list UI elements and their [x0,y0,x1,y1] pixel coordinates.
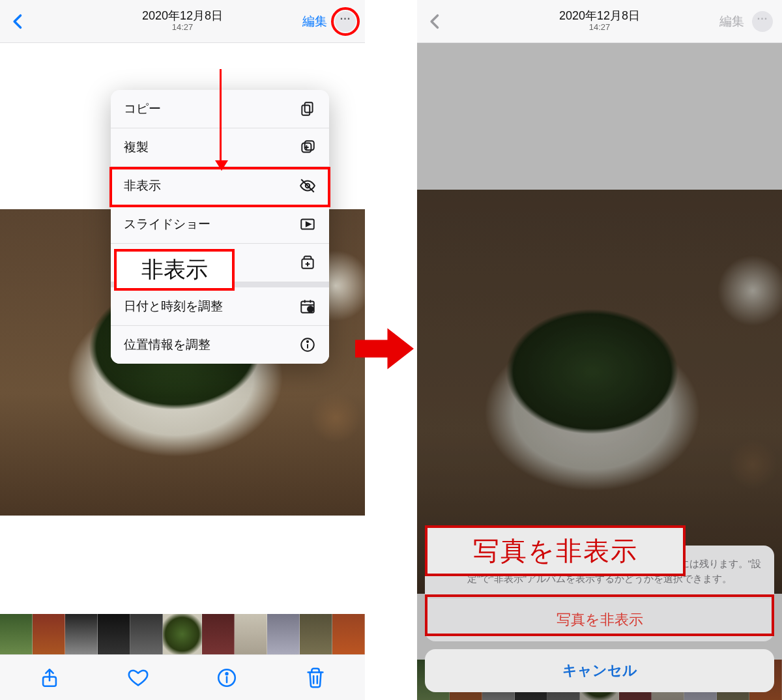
svg-point-24 [226,673,228,675]
action-sheet-cancel-button[interactable]: キャンセル [425,649,774,692]
nav-bar: 2020年12月8日 14:27 編集 ··· [417,0,782,43]
eye-slash-icon [299,177,316,194]
svg-rect-1 [302,106,310,115]
more-button[interactable]: ··· [335,11,356,32]
phone-left: 2020年12月8日 14:27 編集 ··· コピー 複製 [0,0,365,700]
share-button[interactable] [38,667,61,689]
menu-item-hide[interactable]: 非表示 [111,167,329,205]
play-rect-icon [299,216,316,233]
nav-bar: 2020年12月8日 14:27 編集 ··· [0,0,365,43]
more-button[interactable]: ··· [752,11,773,32]
thumbnail-strip[interactable] [0,614,365,654]
ellipsis-icon: ··· [340,13,351,25]
edit-button[interactable]: 編集 [302,13,327,30]
info-button[interactable] [216,667,238,689]
menu-label: スライドショー [124,216,210,233]
menu-item-slideshow[interactable]: スライドショー [111,205,329,244]
action-sheet-hide-button[interactable]: 写真を非表示 [425,598,774,641]
menu-label: コピー [124,100,161,117]
bottom-toolbar [0,654,365,700]
annotation-callout-hide-photo: 写真を非表示 [425,525,686,576]
calendar-icon [299,298,316,315]
thumbnail[interactable] [332,614,365,654]
back-icon[interactable] [9,12,27,31]
svg-marker-27 [355,328,414,370]
thumbnail[interactable] [267,614,300,654]
phone-right: 2020年12月8日 14:27 編集 ··· 写真を非表示 この写真は表示され… [417,0,782,700]
nav-time: 14:27 [559,23,640,32]
delete-button[interactable] [304,667,326,689]
callout-text: 非表示 [141,255,208,285]
photo-viewer[interactable]: コピー 複製 非表示 スライドショー [0,43,365,614]
menu-label: 複製 [124,139,149,156]
svg-point-17 [308,306,313,312]
menu-item-adjust-datetime[interactable]: 日付と時刻を調整 [111,287,329,326]
photo-viewer[interactable]: 写真を非表示 この写真は表示されなくなりますが、"非表示"アルバムには残ります。… [417,43,782,700]
thumbnail[interactable] [130,614,163,654]
thumbnail[interactable] [33,614,65,654]
duplicate-icon [299,139,316,156]
album-add-icon [299,254,316,271]
annotation-callout-hide: 非表示 [114,249,235,291]
favorite-button[interactable] [127,667,149,689]
edit-button[interactable]: 編集 [719,13,744,30]
thumbnail[interactable] [98,614,130,654]
nav-time: 14:27 [142,23,223,32]
back-icon[interactable] [426,12,444,31]
nav-date: 2020年12月8日 [559,10,640,23]
thumbnail[interactable] [65,614,98,654]
svg-rect-0 [305,102,313,112]
thumbnail[interactable] [300,614,332,654]
copy-icon [299,100,316,117]
svg-point-20 [307,341,308,342]
callout-text: 写真を非表示 [473,533,638,569]
thumbnail[interactable] [0,614,33,654]
nav-date: 2020年12月8日 [142,10,223,23]
nav-title: 2020年12月8日 14:27 [142,10,223,32]
info-icon [299,336,316,353]
menu-item-copy[interactable]: コピー [111,90,329,128]
annotation-arrow-right [355,326,414,372]
context-menu: コピー 複製 非表示 スライドショー [111,90,329,364]
ellipsis-icon: ··· [757,13,768,25]
thumbnail[interactable] [235,614,267,654]
thumbnail[interactable] [202,614,235,654]
nav-title: 2020年12月8日 14:27 [559,10,640,32]
menu-label: 位置情報を調整 [124,336,210,353]
menu-item-adjust-location[interactable]: 位置情報を調整 [111,326,329,364]
svg-marker-9 [306,222,311,227]
menu-label: 非表示 [124,177,161,194]
menu-label: 日付と時刻を調整 [124,298,223,315]
menu-item-duplicate[interactable]: 複製 [111,128,329,167]
thumbnail-current[interactable] [163,614,202,654]
